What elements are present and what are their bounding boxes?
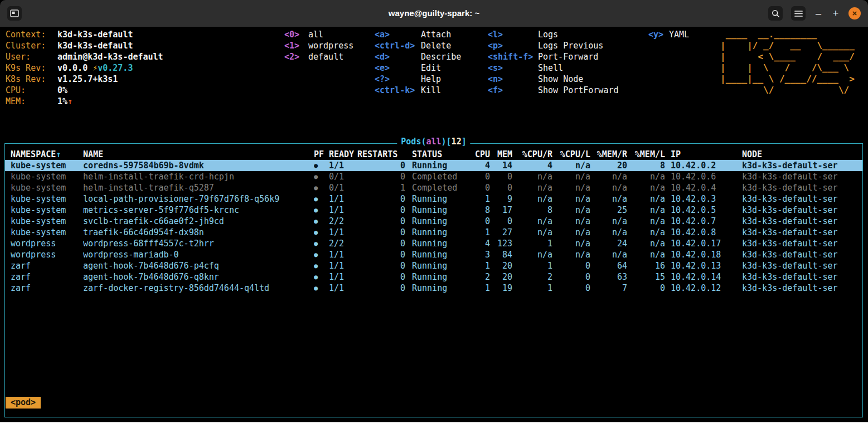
hotkey-key: <e>: [375, 62, 421, 74]
hotkey-key: <y>: [648, 29, 669, 40]
pod-namespace: zarf: [11, 271, 83, 283]
col-restarts[interactable]: RESTARTS: [357, 149, 405, 160]
pod-node: k3d-k3s-default-ser: [736, 238, 859, 249]
pod-row[interactable]: kube-system helm-install-traefik-crd-hcp…: [5, 171, 862, 182]
col-mem[interactable]: MEM: [490, 149, 512, 160]
hotkey-label: Attach: [421, 29, 451, 40]
pod-row[interactable]: kube-system traefik-66c46d954f-dx98n ● 1…: [5, 227, 862, 238]
bolt-icon: ⚡: [93, 63, 98, 73]
breadcrumb-pod[interactable]: <pod>: [6, 397, 41, 409]
menu-button[interactable]: [791, 6, 806, 21]
hotkey-key: <shift-f>: [488, 51, 538, 62]
col-name[interactable]: NAME: [83, 149, 314, 160]
pod-node: k3d-k3s-default-ser: [736, 205, 859, 216]
hotkey-key: <l>: [488, 29, 538, 40]
close-button[interactable]: ×: [848, 7, 861, 20]
pod-namespace: kube-system: [11, 160, 83, 171]
col-cpu[interactable]: CPU: [468, 149, 490, 160]
pod-row[interactable]: kube-system svclb-traefik-c66ae0f2-jh9cd…: [5, 216, 862, 227]
cluster-row: Cluster:k3d-k3s-default: [6, 40, 163, 51]
mem-label: MEM:: [6, 96, 57, 107]
user-value: admin@k3d-k3s-default: [57, 52, 163, 62]
pod-restarts: 0: [357, 227, 405, 238]
pod-row[interactable]: kube-system metrics-server-5f9f776df5-kr…: [5, 205, 862, 216]
pod-namespace: zarf: [11, 283, 83, 294]
mem-value: 1%: [57, 96, 67, 106]
pod-mem-r: n/a: [590, 171, 627, 182]
pod-mem-l: n/a: [627, 249, 665, 260]
pod-row[interactable]: wordpress wordpress-mariadb-0 ● 1/1 0 Ru…: [5, 249, 862, 260]
k8s-rev-label: K8s Rev:: [6, 74, 57, 85]
search-button[interactable]: [768, 6, 783, 21]
pod-node: k3d-k3s-default-ser: [736, 216, 859, 227]
pod-cpu-r: 4: [512, 160, 552, 171]
pod-node: k3d-k3s-default-ser: [736, 227, 859, 238]
pod-row[interactable]: zarf agent-hook-7b4648d676-p4cfq ● 1/1 0…: [5, 260, 862, 271]
col-cpu-l[interactable]: %CPU/L: [552, 149, 590, 160]
search-icon: [772, 9, 780, 18]
col-node[interactable]: NODE: [736, 149, 859, 160]
pod-row[interactable]: kube-system helm-install-traefik-q5287 ●…: [5, 182, 862, 193]
hotkey-key: <2>: [284, 51, 308, 62]
col-cpu-r[interactable]: %CPU/R: [512, 149, 552, 160]
pod-status: Running: [405, 193, 468, 205]
pod-namespace: kube-system: [11, 216, 83, 227]
col-ready[interactable]: READY: [326, 149, 357, 160]
pod-cpu: 0: [468, 216, 490, 227]
pod-ip: 10.42.0.2: [665, 160, 736, 171]
col-pf[interactable]: PF: [314, 149, 326, 160]
hotkey-label: Logs: [538, 29, 558, 40]
pod-ready: 0/1: [326, 182, 357, 193]
pod-mem-r: 25: [590, 205, 627, 216]
pod-ip: 10.42.0.8: [665, 227, 736, 238]
pod-cpu-l: n/a: [552, 160, 590, 171]
pod-node: k3d-k3s-default-ser: [736, 182, 859, 193]
namespace-hotkey-row: <0>all: [284, 29, 353, 40]
terminal-app-button[interactable]: [7, 6, 22, 21]
col-ip[interactable]: IP: [665, 149, 736, 160]
k9s-ascii-logo: ____ __.________ | |/ _/ __ \______ | < …: [720, 29, 855, 96]
context-row: Context:k3d-k3s-default: [6, 29, 163, 40]
pod-row[interactable]: zarf agent-hook-7b4648d676-q8knr ● 1/1 0…: [5, 271, 862, 283]
pod-ip: 10.42.0.18: [665, 249, 736, 260]
pod-mem-l: n/a: [627, 205, 665, 216]
pod-status: Running: [405, 260, 468, 271]
titlebar: wayne@guilty-spark: ~ – + ×: [0, 0, 868, 27]
pod-namespace: kube-system: [11, 171, 83, 182]
pod-mem-l: 16: [627, 260, 665, 271]
col-mem-r[interactable]: %MEM/R: [590, 149, 627, 160]
pod-row[interactable]: kube-system coredns-597584b69b-8vdmk ● 1…: [5, 160, 862, 171]
col-namespace[interactable]: NAMESPACE↑: [11, 149, 83, 160]
action-hotkey-row: <a>Attach: [375, 29, 461, 40]
pod-row[interactable]: wordpress wordpress-68fff4557c-t2hrr ● 2…: [5, 238, 862, 249]
hotkey-label: YAML: [669, 29, 689, 40]
pod-cpu-r: 1: [512, 283, 552, 294]
action-hotkey-row: <p>Logs Previous: [488, 40, 619, 51]
pod-namespace: kube-system: [11, 182, 83, 193]
pod-mem: 123: [490, 238, 512, 249]
action-hotkey-row: <ctrl-d>Delete: [375, 40, 461, 51]
minimize-button[interactable]: –: [814, 6, 823, 21]
pod-restarts: 0: [357, 216, 405, 227]
pod-cpu-l: n/a: [552, 182, 590, 193]
pod-row[interactable]: kube-system local-path-provisioner-79f67…: [5, 193, 862, 205]
maximize-button[interactable]: +: [831, 6, 840, 21]
pod-name: wordpress-mariadb-0: [83, 249, 314, 260]
hotkey-label: Port-Forward: [538, 51, 598, 62]
hotkey-label: default: [308, 51, 343, 62]
cluster-value: k3d-k3s-default: [57, 41, 133, 51]
pod-status: Running: [405, 283, 468, 294]
pod-name: helm-install-traefik-crd-hcpjn: [83, 171, 314, 182]
col-status[interactable]: STATUS: [405, 149, 468, 160]
pod-name: metrics-server-5f9f776df5-krcnc: [83, 205, 314, 216]
action-hotkeys-col2: <l>Logs <p>Logs Previous <shift-f>Port-F…: [488, 29, 619, 96]
pod-row[interactable]: zarf zarf-docker-registry-856dd74644-q4l…: [5, 283, 862, 294]
pod-cpu-r: n/a: [512, 182, 552, 193]
pod-cpu-r: n/a: [512, 171, 552, 182]
pod-node: k3d-k3s-default-ser: [736, 260, 859, 271]
col-mem-l[interactable]: %MEM/L: [627, 149, 665, 160]
k9s-terminal: Context:k3d-k3s-default Cluster:k3d-k3s-…: [0, 27, 868, 423]
pod-mem-l: n/a: [627, 216, 665, 227]
cpu-label: CPU:: [6, 85, 57, 96]
pf-dot-icon: ●: [314, 249, 326, 260]
